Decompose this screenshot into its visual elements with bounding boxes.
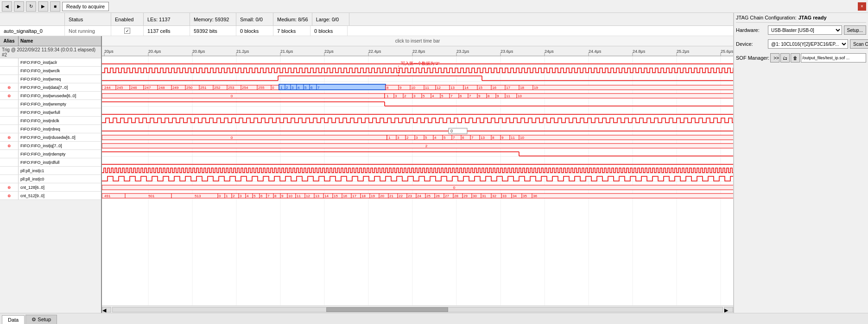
time-ruler-svg: 20μs 20.4μs 20.8μs 21.2μs 21.6μs 22μs 22… <box>102 46 733 56</box>
svg-text:24.8μs: 24.8μs <box>633 49 646 54</box>
list-item[interactable]: FIFO:FIFO_inst|rdclk <box>0 117 101 125</box>
list-item[interactable]: FIFO:FIFO_inst|wrreq <box>0 75 101 83</box>
svg-text:4: 4 <box>432 94 434 98</box>
svg-text:7: 7 <box>317 86 320 90</box>
svg-text:23: 23 <box>408 194 412 198</box>
setup-button[interactable]: Setup... <box>844 25 866 35</box>
scroll-thumb[interactable] <box>326 307 448 312</box>
signal-name: FIFO:FIFO_inst|data[7..0] <box>19 85 101 90</box>
svg-text:7: 7 <box>267 194 270 198</box>
jtag-panel: JTAG Chain Configuration: JTAG ready Har… <box>734 13 868 313</box>
svg-text:0: 0 <box>272 86 274 90</box>
tab-data[interactable]: Data <box>2 315 25 324</box>
svg-text:3: 3 <box>291 86 294 90</box>
time-bar-container[interactable]: click to insert time bar <box>102 36 733 46</box>
list-item[interactable]: FIFO:FIFO_inst|wrclk <box>0 67 101 75</box>
enabled-checkbox[interactable]: ✓ <box>124 28 130 34</box>
folder-icon: 🗂 <box>783 56 787 61</box>
svg-text:23.6μs: 23.6μs <box>501 49 513 54</box>
list-item[interactable]: pll:pll_inst|c1 <box>0 167 101 175</box>
back-button[interactable]: ◀ <box>2 1 12 12</box>
svg-text:246: 246 <box>131 86 137 90</box>
scan-chain-button[interactable]: Scan Chain <box>850 39 868 49</box>
list-item[interactable]: pll:pll_inst|c0 <box>0 175 101 183</box>
list-item[interactable]: FIFO:FIFO_inst|rdreq <box>0 125 101 133</box>
waveform-svg: 写入第一个数据为"2" <box>102 56 733 305</box>
svg-text:0: 0 <box>231 94 233 98</box>
sof-open-btn[interactable]: 🗂 <box>780 53 790 62</box>
svg-text:244: 244 <box>104 86 111 90</box>
col-header-medium: Medium: 8/56 <box>273 13 312 25</box>
svg-text:2: 2 <box>406 136 409 140</box>
device-select[interactable]: @1: 10CL016(Y[2]/EP3C16/EP... <box>768 39 848 49</box>
instance-les: 1137 cells <box>144 26 190 36</box>
signal-alias <box>0 175 19 183</box>
close-button[interactable]: × <box>858 2 866 11</box>
signal-alias <box>0 108 19 116</box>
list-item[interactable]: FIFO:FIFO_inst|wrfull <box>0 108 101 117</box>
list-item[interactable]: FIFO:FIFO_inst|aclr <box>0 58 101 67</box>
name-header: Name <box>19 36 101 46</box>
list-item[interactable]: ⊕ FIFO:FIFO_inst|rdusedw[6..0] <box>0 133 101 142</box>
refresh-button[interactable]: ↻ <box>26 1 36 12</box>
list-item[interactable]: ⊕ FIFO:FIFO_inst|data[7..0] <box>0 83 101 92</box>
signal-name: FIFO:FIFO_inst|wrclk <box>19 69 101 73</box>
svg-text:19: 19 <box>371 194 375 198</box>
horizontal-scrollbar[interactable]: ◀ ▶ <box>102 305 733 313</box>
svg-text:2: 2 <box>233 194 235 198</box>
svg-text:13: 13 <box>481 136 485 140</box>
scroll-left-btn[interactable]: ◀ <box>102 307 111 312</box>
svg-text:5: 5 <box>423 94 425 98</box>
svg-text:23.2μs: 23.2μs <box>456 49 469 54</box>
svg-text:27: 27 <box>445 194 449 198</box>
list-item[interactable]: FIFO:FIFO_inst|rdempty <box>0 150 101 158</box>
svg-text:3: 3 <box>397 136 399 140</box>
scroll-right-btn[interactable]: ▶ <box>724 307 733 312</box>
list-item[interactable]: FIFO:FIFO_inst|rdfull <box>0 158 101 167</box>
signal-name: pll:pll_inst|c0 <box>19 177 101 181</box>
signal-alias: ⊕ <box>0 142 19 150</box>
svg-text:12: 12 <box>437 86 441 90</box>
svg-text:24μs: 24μs <box>545 49 554 54</box>
list-item[interactable]: ⊕ FIFO:FIFO_inst|q[7..0] <box>0 142 101 150</box>
forward-button[interactable]: ▶ <box>14 1 24 12</box>
list-item[interactable]: FIFO:FIFO_inst|wrempty <box>0 100 101 108</box>
instance-status: Not running <box>65 26 111 36</box>
list-item[interactable]: ⊕ FIFO:FIFO_inst|wrusedw[6..0] <box>0 92 101 100</box>
svg-text:251: 251 <box>200 86 207 90</box>
svg-text:14: 14 <box>464 86 469 90</box>
svg-text:24.4μs: 24.4μs <box>589 49 602 54</box>
signal-alias <box>0 150 19 158</box>
instance-name: auto_signaltap_0 <box>0 26 65 36</box>
sof-clear-btn[interactable]: 🗑 <box>791 53 800 62</box>
signal-alias <box>0 117 19 125</box>
left-panel: Status Enabled LEs: 1137 Memory: 59392 S… <box>0 13 734 313</box>
hardware-select[interactable]: USB-Blaster [USB-0] <box>768 25 842 35</box>
run-button[interactable]: ▶ <box>38 1 48 12</box>
svg-text:2: 2 <box>425 144 428 148</box>
svg-text:19: 19 <box>534 86 538 90</box>
list-item[interactable]: ⊕ cnt_128[6..0] <box>0 183 101 192</box>
svg-text:28: 28 <box>454 194 458 198</box>
signal-alias: ⊕ <box>0 83 19 91</box>
svg-text:10: 10 <box>520 136 524 140</box>
signal-name: cnt_128[6..0] <box>19 185 101 190</box>
svg-text:5: 5 <box>444 136 446 140</box>
instance-header-bar: Status Enabled LEs: 1137 Memory: 59392 S… <box>0 13 733 26</box>
svg-text:14: 14 <box>324 194 329 198</box>
signal-name: pll:pll_inst|c1 <box>19 168 101 173</box>
instance-large: 0 blocks <box>310 26 348 36</box>
sof-path: /output_files/test_ip.sof ... <box>801 53 866 62</box>
svg-rect-147 <box>385 93 733 98</box>
stop-button[interactable]: ■ <box>50 1 60 12</box>
svg-text:250: 250 <box>186 86 193 90</box>
svg-text:252: 252 <box>214 86 221 90</box>
svg-text:25.6μs: 25.6μs <box>721 49 733 54</box>
signal-alias <box>0 167 19 174</box>
waveform-main: click to insert time bar 20μs 20.4μs 20.… <box>102 36 733 313</box>
list-item[interactable]: ⊕ cnt_512[9..0] <box>0 192 101 200</box>
svg-text:248: 248 <box>158 86 165 90</box>
svg-text:9: 9 <box>478 94 481 98</box>
run-btn[interactable]: >> <box>770 53 779 62</box>
tab-setup[interactable]: ⚙ Setup <box>25 315 57 324</box>
